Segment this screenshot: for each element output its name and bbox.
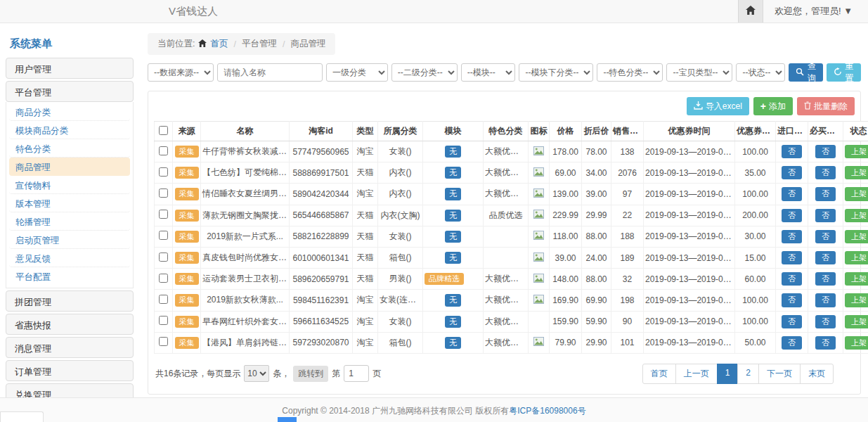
filter-select-module-subcategory[interactable]: --模块下分类--: [519, 63, 593, 82]
row-checkbox[interactable]: [159, 337, 168, 346]
search-icon: [796, 68, 804, 78]
add-button[interactable]: + 添加: [753, 97, 793, 115]
reset-button[interactable]: 重置: [827, 63, 861, 82]
user-menu[interactable]: 欢迎您，管理员! ▼: [775, 5, 853, 18]
horizontal-scrollbar-thumb[interactable]: [278, 417, 297, 422]
sidebar-item-9[interactable]: 启动页管理: [9, 231, 130, 249]
sidebar-item-4[interactable]: 特色分类: [9, 139, 130, 158]
row-checkbox[interactable]: [159, 167, 168, 177]
product-name-input[interactable]: [217, 63, 323, 82]
sidebar-item-7[interactable]: 版本管理: [9, 194, 130, 212]
select-all-checkbox[interactable]: [159, 126, 168, 135]
batch-delete-button[interactable]: 批量删除: [797, 97, 855, 115]
filter-select-status[interactable]: --状态--: [736, 63, 785, 82]
status-button[interactable]: 上架: [845, 145, 868, 158]
cell-status: 上架: [843, 332, 868, 353]
page-button-3[interactable]: 2: [737, 364, 759, 384]
cell-coupon-amount: 100.00: [735, 290, 776, 311]
jump-button[interactable]: 跳转到: [293, 366, 328, 382]
sidebar-group-12[interactable]: 拼团管理: [6, 290, 134, 312]
cell-icon: [529, 269, 550, 290]
column-header-8: 价格: [550, 122, 582, 141]
sidebar-item-6[interactable]: 宣传物料: [9, 176, 130, 194]
sidebar-item-3[interactable]: 模块商品分类: [9, 121, 130, 139]
sidebar-group-15[interactable]: 订单管理: [6, 360, 134, 381]
icp-link[interactable]: 粤ICP备16098006号: [509, 406, 585, 416]
row-checkbox[interactable]: [159, 316, 168, 325]
status-button[interactable]: 上架: [845, 336, 868, 350]
row-checkbox[interactable]: [159, 274, 168, 283]
status-button[interactable]: 上架: [845, 272, 868, 286]
breadcrumb-home-link[interactable]: 首页: [210, 38, 228, 50]
import-toggle-button[interactable]: 否: [782, 230, 802, 243]
must-buy-toggle-button[interactable]: 否: [815, 293, 836, 307]
import-toggle-button[interactable]: 否: [782, 293, 802, 307]
import-toggle-button[interactable]: 否: [782, 187, 802, 200]
search-button[interactable]: 查询: [789, 63, 823, 82]
cell-checkbox: [155, 226, 173, 247]
must-buy-toggle-button[interactable]: 否: [815, 336, 836, 350]
cell-type: 淘宝: [353, 311, 378, 332]
sidebar-item-2[interactable]: 商品分类: [9, 103, 130, 121]
import-toggle-button[interactable]: 否: [782, 315, 802, 328]
status-button[interactable]: 上架: [845, 187, 868, 200]
cell-coupon-amount: 50.00: [735, 332, 776, 353]
filter-select-item-type[interactable]: --宝贝类型--: [666, 63, 732, 82]
filter-select-special-category[interactable]: --特色分类--: [597, 63, 663, 82]
row-checkbox[interactable]: [159, 210, 168, 219]
sidebar-group-1[interactable]: 平台管理: [6, 81, 134, 102]
sidebar-item-8[interactable]: 轮播管理: [9, 212, 130, 231]
row-checkbox[interactable]: [159, 188, 168, 198]
import-toggle-button[interactable]: 否: [782, 209, 802, 222]
page-button-2[interactable]: 1: [717, 364, 739, 384]
import-toggle-button[interactable]: 否: [782, 166, 802, 179]
import-toggle-button[interactable]: 否: [782, 251, 802, 264]
home-button[interactable]: [738, 0, 763, 23]
submenu: 商品分类模块商品分类特色分类商品管理宣传物料版本管理轮播管理启动页管理意见反馈平…: [6, 102, 134, 288]
per-page-select[interactable]: 10: [244, 365, 269, 382]
import-toggle-button[interactable]: 否: [782, 336, 802, 350]
must-buy-toggle-button[interactable]: 否: [815, 166, 836, 179]
must-buy-toggle-button[interactable]: 否: [815, 145, 836, 158]
row-checkbox[interactable]: [159, 295, 168, 304]
sidebar-group-0[interactable]: 用户管理: [6, 58, 134, 79]
must-buy-toggle-button[interactable]: 否: [815, 251, 836, 264]
row-checkbox[interactable]: [159, 231, 168, 240]
sidebar-group-14[interactable]: 消息管理: [6, 337, 134, 358]
cell-icon: [529, 205, 550, 226]
page-button-0[interactable]: 首页: [642, 364, 676, 384]
must-buy-toggle-button[interactable]: 否: [815, 315, 836, 328]
page-button-5[interactable]: 末页: [800, 364, 834, 384]
sidebar-item-5[interactable]: 商品管理: [9, 158, 130, 176]
page-button-4[interactable]: 下一页: [758, 364, 801, 384]
sidebar-item-11[interactable]: 平台配置: [9, 267, 130, 286]
row-checkbox[interactable]: [159, 252, 168, 262]
status-button[interactable]: 上架: [845, 209, 868, 222]
footer: Copyright © 2014-2018 广州九驰网络科技有限公司 版权所有粤…: [0, 397, 868, 422]
row-checkbox[interactable]: [159, 146, 168, 155]
sidebar-group-13[interactable]: 省惠快报: [6, 314, 134, 335]
filter-select-level2-category[interactable]: --二级分类--: [391, 63, 458, 82]
import-toggle-button[interactable]: 否: [782, 272, 802, 286]
cell-taoke-id: 588216228899: [290, 226, 353, 247]
import-excel-button[interactable]: 导入excel: [687, 97, 749, 115]
status-button[interactable]: 上架: [845, 251, 868, 264]
page-button-1[interactable]: 上一页: [675, 364, 718, 384]
import-toggle-button[interactable]: 否: [782, 145, 802, 158]
must-buy-toggle-button[interactable]: 否: [815, 209, 836, 222]
cell-source: 采集: [173, 332, 201, 353]
filter-select-data-source[interactable]: --数据来源--: [148, 63, 214, 82]
status-button[interactable]: 上架: [845, 293, 868, 307]
filter-select-module[interactable]: --模块--: [461, 63, 516, 82]
status-button[interactable]: 上架: [845, 315, 868, 328]
cell-name: 真皮钱包时尚优雅女士...: [201, 247, 290, 268]
must-buy-toggle-button[interactable]: 否: [815, 272, 836, 286]
status-button[interactable]: 上架: [845, 230, 868, 243]
must-buy-toggle-button[interactable]: 否: [815, 187, 836, 200]
must-buy-toggle-button[interactable]: 否: [815, 230, 836, 243]
table-row: 采集牛仔背带裤女秋装减龄...577479560965淘宝女装()无大额优惠券1…: [155, 141, 868, 162]
jump-page-input[interactable]: [344, 365, 369, 382]
sidebar-item-10[interactable]: 意见反馈: [9, 249, 130, 267]
filter-select-level1-category[interactable]: 一级分类: [326, 63, 388, 82]
status-button[interactable]: 上架: [845, 166, 868, 179]
